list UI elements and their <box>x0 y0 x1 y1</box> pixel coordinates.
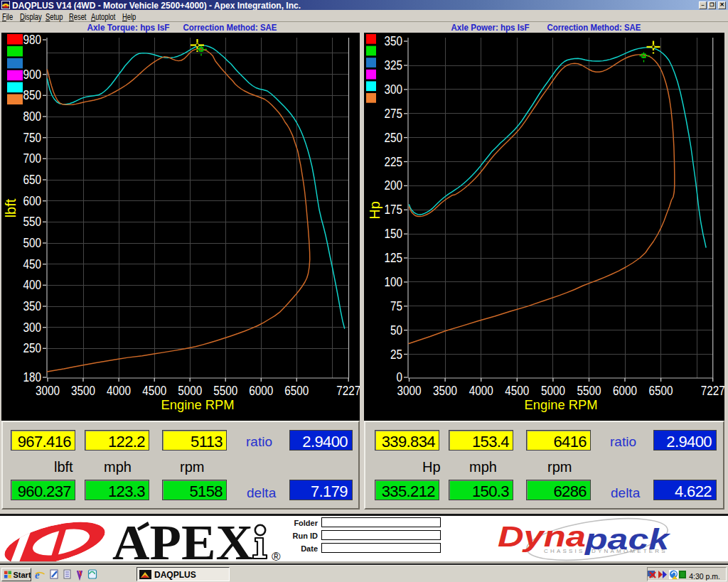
svg-text:Axle Power: hps IsF: Axle Power: hps IsF <box>451 22 530 33</box>
svg-text:CHASSIS: CHASSIS <box>544 548 585 554</box>
svg-text:200: 200 <box>385 178 403 193</box>
svg-text:Correction Method: SAE: Correction Method: SAE <box>547 22 641 33</box>
svg-text:6500: 6500 <box>284 383 309 398</box>
svg-text:4000: 4000 <box>469 383 493 398</box>
svg-text:7227: 7227 <box>701 383 724 398</box>
svg-text:4500: 4500 <box>142 383 166 398</box>
svg-text:800: 800 <box>23 109 42 124</box>
svg-text:4000: 4000 <box>107 383 131 398</box>
svg-text:6000: 6000 <box>613 383 637 398</box>
svg-text:550: 550 <box>23 214 42 229</box>
svg-text:350: 350 <box>23 298 42 313</box>
svg-text:980: 980 <box>23 32 42 47</box>
svg-text:600: 600 <box>23 193 42 208</box>
svg-text:Engine RPM: Engine RPM <box>161 398 235 412</box>
svg-text:DYNAMOMETERS: DYNAMOMETERS <box>592 548 668 554</box>
svg-text:350: 350 <box>385 33 403 48</box>
svg-text:25: 25 <box>390 347 402 362</box>
svg-text:250: 250 <box>23 340 42 355</box>
svg-text:6000: 6000 <box>249 383 273 398</box>
svg-text:APEX: APEX <box>112 516 253 561</box>
svg-text:®: ® <box>272 550 281 561</box>
svg-text:3500: 3500 <box>71 383 95 398</box>
svg-text:4500: 4500 <box>505 383 529 398</box>
svg-text:850: 850 <box>23 87 42 102</box>
svg-text:7227: 7227 <box>336 383 360 398</box>
svg-text:225: 225 <box>385 154 403 169</box>
svg-text:300: 300 <box>23 320 42 335</box>
svg-text:Hp: Hp <box>367 201 382 220</box>
svg-text:250: 250 <box>385 130 403 145</box>
svg-text:Correction Method: SAE: Correction Method: SAE <box>183 22 277 33</box>
svg-text:275: 275 <box>385 106 403 121</box>
svg-text:Start: Start <box>14 571 31 579</box>
svg-text:e: e <box>35 569 40 581</box>
svg-text:75: 75 <box>390 298 402 313</box>
svg-text:700: 700 <box>23 151 42 166</box>
svg-text:0: 0 <box>397 370 403 384</box>
svg-text:100: 100 <box>385 274 403 289</box>
svg-text:500: 500 <box>23 235 42 250</box>
svg-text:150: 150 <box>385 226 403 241</box>
svg-text:900: 900 <box>23 67 42 82</box>
svg-text:Engine RPM: Engine RPM <box>525 398 598 412</box>
svg-text:3000: 3000 <box>36 383 60 398</box>
svg-text:5500: 5500 <box>577 383 601 398</box>
svg-text:5000: 5000 <box>541 383 565 398</box>
svg-text:750: 750 <box>23 130 42 145</box>
svg-text:3500: 3500 <box>433 383 457 398</box>
svg-text:180: 180 <box>23 370 42 384</box>
svg-text:50: 50 <box>390 323 402 338</box>
svg-text:450: 450 <box>23 257 42 271</box>
svg-text:Axle Torque: hps IsF: Axle Torque: hps IsF <box>87 22 170 33</box>
svg-text:325: 325 <box>385 58 403 72</box>
svg-text:6500: 6500 <box>649 383 673 398</box>
svg-text:175: 175 <box>385 202 403 217</box>
svg-text:125: 125 <box>385 250 403 265</box>
svg-text:3000: 3000 <box>397 383 422 398</box>
svg-text:650: 650 <box>23 172 42 187</box>
svg-text:5000: 5000 <box>178 383 202 398</box>
svg-text:400: 400 <box>23 277 42 292</box>
svg-text:300: 300 <box>385 82 403 97</box>
svg-text:lbft: lbft <box>3 198 18 217</box>
svg-text:5500: 5500 <box>213 383 237 398</box>
